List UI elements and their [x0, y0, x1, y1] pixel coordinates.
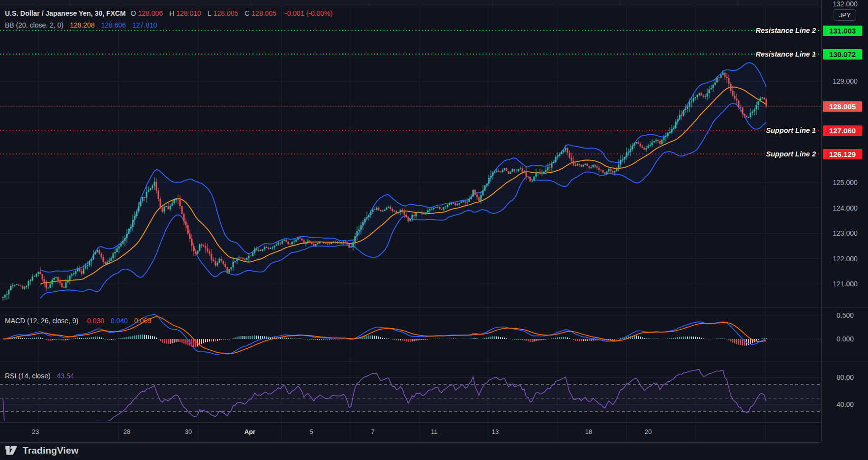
change-value: -0.001 (-0.00%): [285, 9, 332, 17]
axis-tick-label: 125.000: [822, 179, 868, 186]
resistance-line-1-label[interactable]: Resistance Line 1: [756, 50, 816, 58]
bb-label[interactable]: BB (20, close, 2, 0): [5, 21, 63, 29]
symbol-title[interactable]: U.S. Dollar / Japanese Yen, 30, FXCM: [5, 9, 126, 17]
time-axis[interactable]: 232830Apr5711131820: [0, 422, 821, 443]
tradingview-chart-window: U.S. Dollar / Japanese Yen, 30, FXCMO128…: [0, 0, 868, 460]
time-tick-label: 5: [309, 428, 313, 435]
support-line-2-label[interactable]: Support Line 2: [766, 150, 816, 158]
currency-badge[interactable]: JPY: [834, 9, 856, 21]
time-tick-label: 30: [185, 428, 192, 435]
axis-tick-label: 122.000: [822, 255, 868, 263]
resistance-1-price-badge: 130.072: [823, 49, 862, 60]
time-tick-label: 23: [32, 428, 39, 435]
ohlc-item: L128.005: [208, 9, 242, 17]
clipped-toolbar-strip: [0, 0, 821, 7]
macd-label[interactable]: MACD (12, 26, close, 9): [5, 317, 78, 325]
rsi-legend[interactable]: RSI (14, close) 43.54: [5, 372, 76, 380]
axis-tick-label: 129.000: [822, 77, 868, 85]
bb-legend[interactable]: BB (20, close, 2, 0) 128.208 128.606 127…: [5, 21, 159, 29]
ohlc-item: C128.005: [244, 9, 281, 17]
bb-basis-value: 128.208: [70, 21, 95, 29]
last-price-badge: 128.005: [823, 101, 862, 112]
resistance-line-2-label[interactable]: Resistance Line 2: [756, 27, 816, 34]
support-line-1-label[interactable]: Support Line 1: [766, 126, 816, 134]
tradingview-logo-text: TradingView: [23, 445, 79, 456]
rsi-value: 43.54: [57, 372, 74, 380]
time-tick-label: 7: [371, 428, 374, 435]
macd-hist-value: -0.030: [85, 317, 104, 325]
resistance-2-price-badge: 131.003: [823, 26, 862, 36]
axis-tick-label: 123.000: [822, 229, 868, 237]
axis-tick-label: 0.500: [822, 311, 868, 319]
ohlc-item: H128.010: [169, 9, 206, 17]
symbol-legend[interactable]: U.S. Dollar / Japanese Yen, 30, FXCMO128…: [5, 9, 334, 17]
axis-tick-label: 132.000: [822, 0, 868, 8]
time-tick-label: 20: [645, 428, 652, 435]
ohlc-item: O128.006: [131, 9, 168, 17]
time-tick-label: 13: [492, 428, 499, 435]
chart-canvas[interactable]: [0, 0, 868, 460]
tradingview-logo-icon: [5, 444, 18, 457]
support-1-price-badge: 127.060: [823, 125, 862, 136]
axis-tick-label: 40.00: [822, 400, 868, 408]
time-tick-label: 18: [585, 428, 592, 435]
axis-tick-label: 0.000: [822, 335, 868, 343]
macd-line-value: 0.040: [111, 317, 128, 325]
time-tick-label: 28: [123, 428, 130, 435]
macd-signal-value: 0.069: [134, 317, 151, 325]
axis-tick-label: 80.00: [822, 373, 868, 381]
axis-tick-label: 124.000: [822, 204, 868, 212]
tradingview-logo[interactable]: TradingView: [5, 444, 79, 457]
support-2-price-badge: 126.129: [823, 149, 862, 159]
time-tick-label: Apr: [244, 428, 255, 435]
time-tick-label: 11: [431, 428, 438, 435]
bb-lower-value: 127.810: [132, 21, 157, 29]
bb-upper-value: 128.606: [101, 21, 126, 29]
ohlc-values: O128.006H128.010L128.005C128.005: [131, 9, 283, 17]
axis-tick-label: 121.000: [822, 280, 868, 288]
rsi-label[interactable]: RSI (14, close): [5, 372, 51, 380]
macd-legend[interactable]: MACD (12, 26, close, 9) -0.030 0.040 0.0…: [5, 317, 153, 325]
price-axis[interactable]: JPY 132.000129.000125.000124.000123.0001…: [821, 0, 868, 442]
